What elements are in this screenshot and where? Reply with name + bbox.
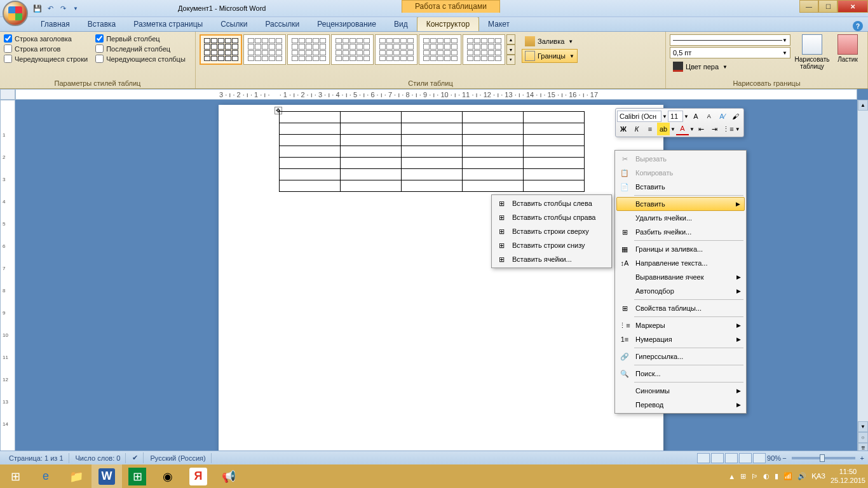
- sm-rows-above[interactable]: ⊞Вставить строки сверху: [493, 224, 610, 238]
- cm-bullets[interactable]: ⋮≡Маркеры▶: [616, 318, 745, 332]
- align-center-icon[interactable]: ≡: [644, 123, 656, 135]
- cm-find[interactable]: 🔍Поиск...: [616, 367, 745, 381]
- italic-button[interactable]: К: [630, 123, 643, 135]
- sm-ins-cells[interactable]: ⊞Вставить ячейки...: [493, 252, 610, 266]
- tab-references[interactable]: Ссылки: [212, 17, 256, 31]
- cm-cut[interactable]: ✂Вырезать: [616, 152, 745, 166]
- taskbar-store[interactable]: ⊞: [122, 464, 153, 488]
- cm-split-cells[interactable]: ⊞Разбить ячейки...: [616, 225, 745, 239]
- view-outline[interactable]: [739, 453, 752, 463]
- close-button[interactable]: ✕: [837, 0, 868, 13]
- tab-design[interactable]: Конструктор: [417, 17, 479, 31]
- help-button[interactable]: ?: [853, 21, 863, 31]
- cm-borders[interactable]: ▦Границы и заливка...: [616, 242, 745, 256]
- save-icon[interactable]: 💾: [32, 3, 43, 14]
- status-lang[interactable]: Русский (Россия): [145, 453, 211, 463]
- chk-header-row[interactable]: Строка заголовка: [4, 34, 88, 43]
- taskbar-word[interactable]: W: [92, 464, 122, 488]
- chk-total-row[interactable]: Строка итогов: [4, 44, 88, 53]
- gallery-up-button[interactable]: ▲: [506, 34, 515, 44]
- browse-object-icon[interactable]: ○: [858, 432, 868, 443]
- horizontal-ruler[interactable]: 3 · ı · 2 · ı · 1 · ı · · 1 · ı · 2 · ı …: [15, 89, 857, 100]
- shrink-font-icon[interactable]: A: [703, 110, 715, 123]
- tab-page-layout[interactable]: Разметка страницы: [125, 17, 212, 31]
- cm-insert[interactable]: Вставить▶: [616, 197, 745, 211]
- font-color-icon[interactable]: А: [676, 123, 689, 135]
- borders-button[interactable]: Границы▼: [522, 49, 578, 63]
- taskbar-yandex[interactable]: Я: [183, 464, 214, 488]
- view-reading[interactable]: [711, 453, 724, 463]
- vertical-ruler[interactable]: 12 34 56 78 910 1112 1314: [0, 100, 15, 464]
- status-words[interactable]: Число слов: 0: [71, 453, 126, 463]
- chk-banded-cols[interactable]: Чередующиеся столбцы: [95, 55, 186, 63]
- sm-cols-right[interactable]: ⊞Вставить столбцы справа: [493, 210, 610, 224]
- ruler-corner[interactable]: [0, 89, 15, 100]
- chk-banded-rows[interactable]: Чередующиеся строки: [4, 55, 88, 63]
- redo-icon[interactable]: ↷: [57, 3, 69, 14]
- taskbar-ie[interactable]: e: [31, 464, 61, 488]
- tab-insert[interactable]: Вставка: [79, 17, 125, 31]
- format-painter-icon[interactable]: 🖌: [729, 110, 742, 123]
- undo-icon[interactable]: ↶: [44, 3, 56, 14]
- view-print-layout[interactable]: [697, 453, 710, 463]
- tray-up-icon[interactable]: ▲: [728, 473, 735, 480]
- cm-delete-cells[interactable]: Удалить ячейки...: [616, 211, 745, 225]
- cm-table-props[interactable]: ⊞Свойства таблицы...: [616, 301, 745, 315]
- cm-paste[interactable]: 📄Вставить: [616, 180, 745, 194]
- vertical-scrollbar[interactable]: ▲ ▼ ○ ⇈ ⇊: [857, 100, 868, 464]
- start-button[interactable]: ⊞: [0, 464, 31, 488]
- tray-battery-icon[interactable]: ▮: [775, 472, 778, 480]
- status-page[interactable]: Страница: 1 из 1: [4, 453, 69, 463]
- chk-last-col[interactable]: Последний столбец: [95, 44, 186, 53]
- table-style-3[interactable]: [287, 34, 330, 65]
- line-style-select[interactable]: ▼: [670, 34, 790, 46]
- highlight-icon[interactable]: ab: [657, 123, 670, 135]
- cm-text-direction[interactable]: ↕AНаправление текста...: [616, 256, 745, 270]
- scroll-up-icon[interactable]: ▲: [858, 100, 868, 111]
- status-proofing[interactable]: ✔: [127, 452, 144, 463]
- style-icon[interactable]: А⁄: [716, 110, 729, 123]
- taskbar-sound[interactable]: 📢: [214, 464, 244, 488]
- minimize-button[interactable]: —: [799, 0, 818, 13]
- table-style-7[interactable]: [463, 34, 505, 65]
- tab-mailings[interactable]: Рассылки: [256, 17, 308, 31]
- grow-font-icon[interactable]: A: [689, 110, 702, 123]
- table-style-6[interactable]: [419, 34, 461, 65]
- cm-copy[interactable]: 📋Копировать: [616, 166, 745, 180]
- view-web[interactable]: [725, 453, 738, 463]
- sm-cols-left[interactable]: ⊞Вставить столбцы слева: [493, 196, 610, 210]
- taskbar-chrome[interactable]: ◉: [153, 464, 183, 488]
- tab-review[interactable]: Рецензирование: [308, 17, 385, 31]
- table-style-5[interactable]: [375, 34, 417, 65]
- shading-button[interactable]: Заливка▼: [522, 34, 578, 48]
- tray-volume-icon[interactable]: 🔊: [797, 472, 806, 480]
- zoom-out-button[interactable]: −: [782, 454, 786, 462]
- cm-hyperlink[interactable]: 🔗Гиперссылка...: [616, 349, 745, 363]
- tray-flag-icon[interactable]: 🏳: [751, 473, 758, 480]
- taskbar-explorer[interactable]: 📁: [61, 464, 92, 488]
- font-select[interactable]: [617, 111, 661, 122]
- table-style-4[interactable]: [331, 34, 374, 65]
- office-button[interactable]: [3, 1, 28, 26]
- taskbar-lang[interactable]: ҚАЗ: [811, 472, 825, 480]
- document-page[interactable]: ✥: [219, 105, 663, 464]
- scroll-down-icon[interactable]: ▼: [858, 421, 868, 432]
- pen-color-button[interactable]: Цвет пера▼: [670, 60, 790, 74]
- cm-numbering[interactable]: 1≡Нумерация▶: [616, 332, 745, 346]
- font-size-select[interactable]: [668, 111, 683, 122]
- table-style-1[interactable]: [200, 34, 242, 65]
- draw-table-button[interactable]: Нарисовать таблицу: [793, 34, 831, 70]
- zoom-in-button[interactable]: +: [860, 454, 864, 462]
- cm-translate[interactable]: Перевод▶: [616, 398, 745, 412]
- eraser-button[interactable]: Ластик: [834, 34, 862, 63]
- line-weight-select[interactable]: 0,5 пт▼: [670, 47, 790, 58]
- tray-wifi-icon[interactable]: 📶: [783, 472, 792, 480]
- document-table[interactable]: [279, 111, 585, 192]
- bullets-icon[interactable]: ⋮≡: [722, 123, 735, 135]
- cm-cell-align[interactable]: Выравнивание ячеек▶: [616, 270, 745, 284]
- maximize-button[interactable]: ☐: [818, 0, 837, 13]
- tab-layout[interactable]: Макет: [479, 17, 519, 31]
- qat-dropdown-icon[interactable]: ▼: [70, 3, 81, 14]
- cm-synonyms[interactable]: Синонимы▶: [616, 384, 745, 398]
- chk-first-col[interactable]: Первый столбец: [95, 34, 186, 43]
